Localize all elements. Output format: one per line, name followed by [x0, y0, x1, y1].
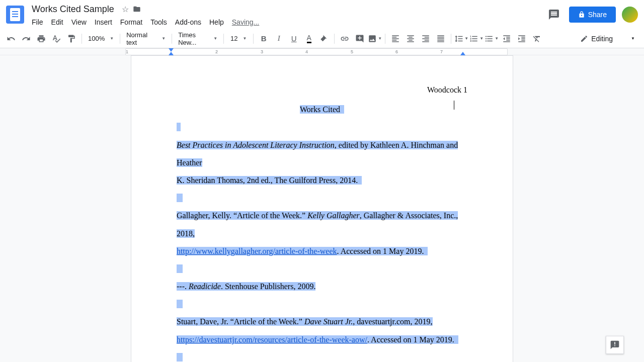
blank-line[interactable] [177, 348, 467, 362]
toolbar: 100%▼ Normal text▼ Times New...▼ 12▼ B I… [0, 29, 644, 48]
text-color-button[interactable]: A [302, 32, 316, 46]
menu-tools[interactable]: Tools [147, 17, 171, 27]
redo-button[interactable] [19, 32, 33, 46]
citation-line[interactable]: Gallagher, Kelly. “Article of the Week.”… [177, 207, 467, 242]
clear-format-button[interactable] [530, 32, 544, 46]
separator [223, 34, 224, 44]
bulleted-list-button[interactable]: ▼ [485, 32, 499, 46]
docs-logo[interactable] [6, 6, 24, 24]
comment-history-button[interactable] [545, 6, 563, 24]
separator [253, 34, 254, 44]
text-cursor [454, 101, 454, 110]
ruler-area: 1 2 3 4 5 6 7 [0, 48, 644, 55]
blank-line[interactable] [177, 118, 467, 136]
document-canvas[interactable]: Woodcock 1 Works Cited Best Practices in… [0, 55, 644, 362]
underline-button[interactable]: U [287, 32, 301, 46]
align-center-button[interactable] [404, 32, 418, 46]
header-bar: Works Cited Sample ☆ File Edit View Inse… [0, 0, 644, 29]
separator [451, 34, 451, 44]
save-status: Saving... [228, 17, 263, 27]
separator [120, 34, 120, 44]
link-button[interactable] [338, 32, 352, 46]
separator [385, 34, 385, 44]
indent-marker-top[interactable] [169, 48, 174, 52]
citation-line[interactable]: http://www.kellygallagher.org/article-of… [177, 242, 467, 260]
increase-indent-button[interactable] [515, 32, 529, 46]
separator [82, 34, 82, 44]
pencil-icon [580, 35, 588, 43]
decrease-indent-button[interactable] [500, 32, 514, 46]
doc-title-line[interactable]: Works Cited [177, 101, 467, 118]
editing-mode-dropdown[interactable]: Editing ▼ [575, 33, 640, 45]
menu-insert[interactable]: Insert [91, 17, 116, 27]
comment-button[interactable] [353, 32, 367, 46]
menu-help[interactable]: Help [206, 17, 227, 27]
paint-format-button[interactable] [64, 32, 78, 46]
menu-format[interactable]: Format [117, 17, 146, 27]
separator [334, 34, 335, 44]
lock-icon [578, 11, 585, 18]
document-title[interactable]: Works Cited Sample [28, 3, 118, 16]
citations-area[interactable]: Best Practices in Adolescent Literacy In… [177, 136, 467, 362]
avatar[interactable] [622, 7, 638, 23]
menu-addons[interactable]: Add-ons [172, 17, 205, 27]
image-button[interactable]: ▼ [368, 32, 382, 46]
blank-line[interactable] [177, 260, 467, 278]
page[interactable]: Woodcock 1 Works Cited Best Practices in… [131, 55, 513, 362]
share-label: Share [588, 11, 607, 19]
print-button[interactable] [34, 32, 48, 46]
blank-line[interactable] [177, 295, 467, 313]
bold-button[interactable]: B [257, 32, 271, 46]
share-button[interactable]: Share [569, 7, 616, 23]
folder-icon[interactable] [133, 5, 141, 13]
numbered-list-button[interactable]: ▼ [469, 32, 484, 46]
citation-line[interactable]: ---. Readicide. Stenhouse Publishers, 20… [177, 278, 467, 295]
style-dropdown[interactable]: Normal text▼ [123, 32, 169, 45]
explore-button[interactable] [606, 336, 624, 354]
citation-line[interactable]: Stuart, Dave, Jr. “Article of the Week.”… [177, 313, 467, 330]
title-area: Works Cited Sample ☆ File Edit View Inse… [28, 3, 545, 27]
align-right-button[interactable] [419, 32, 433, 46]
spellcheck-button[interactable] [49, 32, 63, 46]
citation-line[interactable]: https://davestuartjr.com/resources/artic… [177, 331, 467, 348]
menu-bar: File Edit View Insert Format Tools Add-o… [28, 17, 545, 27]
highlight-button[interactable] [317, 32, 331, 46]
font-dropdown[interactable]: Times New...▼ [175, 32, 220, 45]
indent-marker-bottom[interactable] [169, 52, 174, 55]
right-margin-marker[interactable] [460, 52, 465, 55]
menu-edit[interactable]: Edit [48, 17, 67, 27]
ruler[interactable]: 1 2 3 4 5 6 7 [125, 48, 508, 55]
blank-line[interactable] [177, 189, 467, 207]
align-justify-button[interactable] [434, 32, 448, 46]
font-size-dropdown[interactable]: 12▼ [227, 32, 250, 45]
editing-mode-label: Editing [591, 35, 613, 43]
italic-button[interactable]: I [272, 32, 286, 46]
menu-view[interactable]: View [68, 17, 90, 27]
align-left-button[interactable] [388, 32, 403, 46]
citation-link[interactable]: http://www.kellygallagher.org/article-of… [177, 247, 337, 255]
page-header[interactable]: Woodcock 1 [177, 81, 467, 99]
undo-button[interactable] [4, 32, 18, 46]
zoom-dropdown[interactable]: 100%▼ [85, 32, 117, 45]
menu-file[interactable]: File [28, 17, 47, 27]
line-spacing-button[interactable]: ▼ [454, 32, 468, 46]
citation-line[interactable]: K. Sheridan Thomas, 2nd ed., The Guilfor… [177, 171, 467, 189]
separator [172, 34, 172, 44]
citation-line[interactable]: Best Practices in Adolescent Literacy In… [177, 136, 467, 171]
star-icon[interactable]: ☆ [122, 5, 129, 14]
citation-link[interactable]: https://davestuartjr.com/resources/artic… [177, 335, 367, 344]
